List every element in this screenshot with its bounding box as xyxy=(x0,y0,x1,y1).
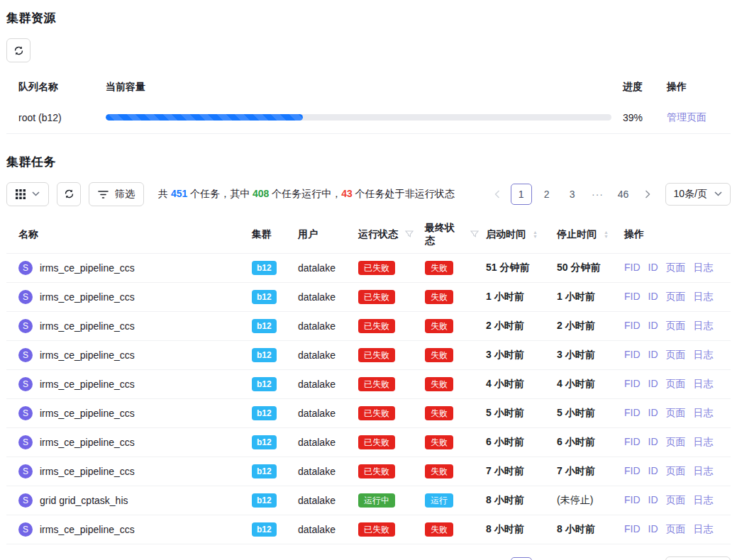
action-link-fid[interactable]: FID xyxy=(624,378,641,389)
capacity-progress-bar xyxy=(106,114,611,121)
start-time: 3 小时前 xyxy=(486,340,557,369)
action-link-fid[interactable]: FID xyxy=(624,407,641,418)
action-link-页面[interactable]: 页面 xyxy=(666,262,686,273)
pagination-top: 123···4610条/页 xyxy=(488,183,731,206)
action-link-日志[interactable]: 日志 xyxy=(694,523,714,534)
queue-name: root (b12) xyxy=(6,102,106,133)
action-link-日志[interactable]: 日志 xyxy=(694,262,714,273)
manage-page-link[interactable]: 管理页面 xyxy=(667,111,706,123)
action-link-fid[interactable]: FID xyxy=(624,291,641,302)
filter-button[interactable]: 筛选 xyxy=(89,182,144,206)
start-time: 51 分钟前 xyxy=(486,253,557,282)
pagination-ellipsis[interactable]: ··· xyxy=(587,557,609,560)
action-link-id[interactable]: ID xyxy=(648,349,658,360)
progress-percent: 39% xyxy=(623,102,667,133)
resources-refresh-button[interactable] xyxy=(6,38,31,62)
action-link-日志[interactable]: 日志 xyxy=(694,378,714,389)
sort-caret-icon[interactable]: ▲▼ xyxy=(604,230,609,239)
pagination-page-1[interactable]: 1 xyxy=(511,184,532,205)
running-tasks-count: 408 xyxy=(253,188,269,199)
action-link-id[interactable]: ID xyxy=(648,291,658,302)
resources-table: 队列名称 当前容量 进度 操作 root (b12) 39% 管理页面 xyxy=(6,72,731,134)
pagination-page-2[interactable]: 2 xyxy=(536,557,558,560)
task-avatar: S xyxy=(18,319,33,333)
action-link-日志[interactable]: 日志 xyxy=(694,349,714,360)
filter-funnel-icon[interactable] xyxy=(405,230,414,238)
pagination-page-3[interactable]: 3 xyxy=(562,184,583,205)
cluster-badge: b12 xyxy=(252,290,277,304)
action-link-页面[interactable]: 页面 xyxy=(666,465,686,476)
cluster-tasks-title: 集群任务 xyxy=(6,154,731,170)
action-link-fid[interactable]: FID xyxy=(624,465,641,476)
action-link-页面[interactable]: 页面 xyxy=(666,349,686,360)
pagination-page-46[interactable]: 46 xyxy=(613,557,634,560)
action-link-页面[interactable]: 页面 xyxy=(666,320,686,331)
action-link-页面[interactable]: 页面 xyxy=(666,523,686,534)
task-actions: FIDID页面日志 xyxy=(624,457,731,486)
pagination-page-3[interactable]: 3 xyxy=(562,557,583,560)
action-link-日志[interactable]: 日志 xyxy=(694,494,714,505)
action-link-id[interactable]: ID xyxy=(648,494,658,505)
cluster-badge: b12 xyxy=(252,406,277,420)
pagination-prev[interactable] xyxy=(488,557,506,560)
pagination-next[interactable] xyxy=(638,184,657,205)
pagination-page-2[interactable]: 2 xyxy=(536,184,558,205)
cluster-badge: b12 xyxy=(252,435,277,449)
action-link-id[interactable]: ID xyxy=(648,378,658,389)
pagination-prev[interactable] xyxy=(488,184,506,205)
action-link-日志[interactable]: 日志 xyxy=(694,320,714,331)
task-name: irms_ce_pipeline_ccs xyxy=(40,408,135,419)
task-row: S irms_ce_pipeline_ccs b12 datalake 已失败 … xyxy=(6,282,731,311)
pagination-page-46[interactable]: 46 xyxy=(613,184,634,205)
action-link-id[interactable]: ID xyxy=(648,465,658,476)
action-link-id[interactable]: ID xyxy=(648,523,658,534)
final-status-tag: 失败 xyxy=(425,290,453,304)
task-user: datalake xyxy=(298,495,336,506)
task-user: datalake xyxy=(298,262,336,274)
action-link-fid[interactable]: FID xyxy=(624,349,641,360)
layout-dropdown-button[interactable] xyxy=(6,182,49,206)
task-avatar: S xyxy=(18,406,33,420)
tasks-refresh-button[interactable] xyxy=(57,182,81,206)
action-link-fid[interactable]: FID xyxy=(624,436,641,447)
run-status-tag: 已失败 xyxy=(358,261,395,275)
task-name: irms_ce_pipeline_ccs xyxy=(40,524,135,535)
action-link-id[interactable]: ID xyxy=(648,407,658,418)
task-row: S irms_ce_pipeline_ccs b12 datalake 已失败 … xyxy=(6,398,731,427)
action-link-日志[interactable]: 日志 xyxy=(694,291,714,302)
action-link-页面[interactable]: 页面 xyxy=(666,436,686,447)
start-time: 8 小时前 xyxy=(486,515,557,544)
pagination-page-1[interactable]: 1 xyxy=(511,557,532,560)
action-link-fid[interactable]: FID xyxy=(624,262,641,273)
task-name: irms_ce_pipeline_ccs xyxy=(40,379,135,390)
total-tasks-count: 451 xyxy=(171,188,187,199)
pagination-next[interactable] xyxy=(638,557,657,560)
action-link-日志[interactable]: 日志 xyxy=(694,407,714,418)
action-link-页面[interactable]: 页面 xyxy=(666,378,686,389)
sort-caret-icon[interactable]: ▲▼ xyxy=(533,230,538,239)
filter-funnel-icon[interactable] xyxy=(470,230,479,238)
action-link-id[interactable]: ID xyxy=(648,262,658,273)
page-size-select[interactable]: 10条/页 xyxy=(665,183,731,206)
cluster-badge: b12 xyxy=(252,493,277,508)
action-link-id[interactable]: ID xyxy=(648,320,658,331)
start-time: 4 小时前 xyxy=(486,369,557,398)
final-status-tag: 失败 xyxy=(425,464,453,478)
run-status-tag: 已失败 xyxy=(358,464,395,478)
run-status-tag: 已失败 xyxy=(358,348,395,362)
action-link-日志[interactable]: 日志 xyxy=(694,436,714,447)
sync-icon xyxy=(64,189,74,199)
col-start-time: 启动时间 xyxy=(486,228,526,241)
action-link-fid[interactable]: FID xyxy=(624,523,641,534)
pagination-ellipsis[interactable]: ··· xyxy=(587,184,609,205)
action-link-id[interactable]: ID xyxy=(648,436,658,447)
action-link-fid[interactable]: FID xyxy=(624,494,641,505)
action-link-页面[interactable]: 页面 xyxy=(666,494,686,505)
tasks-table: 名称 集群 用户 运行状态 最终状态 xyxy=(6,216,731,544)
action-link-页面[interactable]: 页面 xyxy=(666,291,686,302)
cluster-badge: b12 xyxy=(252,319,277,333)
action-link-页面[interactable]: 页面 xyxy=(666,407,686,418)
page-size-select[interactable]: 10条/页 xyxy=(665,556,731,560)
action-link-fid[interactable]: FID xyxy=(624,320,641,331)
action-link-日志[interactable]: 日志 xyxy=(694,465,714,476)
